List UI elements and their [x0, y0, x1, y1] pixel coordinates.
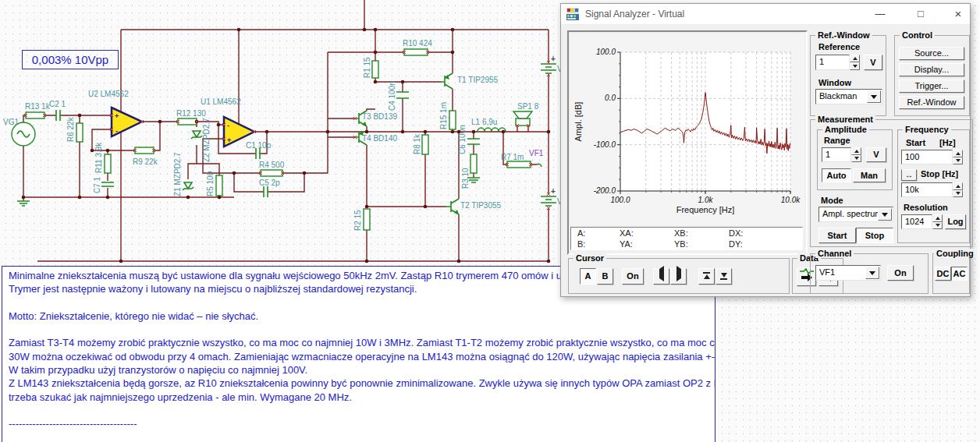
component-r2[interactable]: R2 15 [353, 209, 370, 231]
component-r9[interactable]: R9 22k [133, 147, 158, 166]
channel-select[interactable]: VF1 [815, 265, 881, 281]
component-t2[interactable]: T2 TIP3055 [446, 199, 502, 214]
component-r15[interactable]: R15 1m [439, 102, 456, 129]
range-input[interactable]: 1 [822, 147, 851, 162]
coupling-ac-button[interactable]: AC [951, 267, 968, 281]
close-icon[interactable]: × [946, 5, 970, 23]
freq-stop-input[interactable]: 10k [901, 182, 953, 197]
svg-text:+: + [115, 112, 119, 120]
svg-text:R7 1m: R7 1m [501, 153, 524, 161]
component-t4[interactable]: T4 BD140 [355, 131, 397, 145]
cursor-a-button[interactable]: A [580, 268, 596, 285]
freq-start-input[interactable]: 100 [901, 150, 953, 164]
cursor-right-icon[interactable] [670, 268, 687, 285]
cursor-b-button[interactable]: B [597, 268, 613, 285]
window-select-value: Blackman [819, 91, 857, 101]
start-button[interactable]: Start [818, 228, 856, 243]
component-c5[interactable]: C5 2p [259, 179, 280, 197]
component-u2-opamp[interactable]: + - U2 LM4562 [88, 90, 142, 136]
svg-text:R11 3.9k: R11 3.9k [94, 142, 103, 173]
component-r3[interactable]: R3 10 [461, 154, 477, 189]
mode-select-value: Ampl. spectrum [822, 209, 882, 218]
range-unit-button[interactable]: V [866, 147, 886, 162]
frequency-caption: Frequency [903, 125, 951, 134]
component-r8[interactable]: R8 1k [413, 133, 428, 154]
svg-text:R8 1k: R8 1k [413, 133, 421, 154]
range-label: Range [824, 136, 850, 145]
component-vg1[interactable]: VG1 [3, 118, 35, 146]
component-c4[interactable]: C4 100n [388, 81, 409, 111]
display-button[interactable]: Display... [899, 63, 964, 76]
channel-on-button[interactable]: On [887, 265, 914, 281]
window-select[interactable]: Blackman [815, 89, 882, 104]
cursor-peak-down-icon[interactable] [715, 268, 732, 285]
maximize-icon[interactable]: □ [909, 5, 932, 23]
component-vf1-probe[interactable]: VF1 [529, 149, 544, 167]
minimize-icon[interactable]: — [868, 5, 892, 23]
component-r1[interactable]: R1 15 [363, 57, 378, 78]
component-r6[interactable]: R6 22k [66, 116, 83, 142]
component-r4[interactable]: R4 500 [259, 161, 285, 176]
component-r11[interactable]: R11 3.9k [94, 142, 111, 173]
man-button[interactable]: Man [853, 168, 886, 182]
chevron-down-icon[interactable] [867, 90, 881, 103]
component-r10[interactable]: R10 424 [403, 39, 432, 55]
svg-text:100.0: 100.0 [596, 48, 616, 56]
y-axis-label: Ampl. [dB] [573, 102, 583, 142]
component-u1-opamp[interactable]: - + U1 LM4562 [201, 97, 254, 147]
window-label: Window [818, 78, 851, 87]
cursor-peak-up-icon[interactable] [698, 268, 715, 285]
cursor-on-button[interactable]: On [622, 268, 644, 285]
auto-button[interactable]: Auto [822, 168, 851, 182]
component-c1[interactable]: C1 10p [246, 141, 272, 159]
readout-a: A: [577, 228, 585, 238]
component-c2[interactable]: C2 1 [49, 100, 66, 121]
component-c7[interactable]: C7 1 [93, 176, 114, 193]
svg-text:L1 6,9u: L1 6,9u [471, 118, 497, 126]
resolution-input[interactable]: 1024 [901, 214, 932, 229]
thd-annotation[interactable]: 0,003% 10Vpp [22, 50, 119, 69]
freq-start-stepper[interactable] [953, 150, 963, 164]
reference-stepper[interactable] [850, 55, 860, 70]
stop-button[interactable]: Stop [856, 228, 893, 243]
signal-analyzer-window: Signal Analyzer - Virtual — □ × 100.00.0… [560, 3, 971, 297]
component-sp1-speaker[interactable]: SP1 8 [513, 102, 539, 126]
reference-unit-button[interactable]: V [864, 55, 882, 70]
component-t1[interactable]: T1 TIP2955 [441, 73, 499, 89]
chevron-down-icon[interactable] [878, 208, 892, 221]
ref-window-button[interactable]: Ref.-Window [899, 96, 964, 109]
component-z1[interactable]: Z1 MZPD2.7 [173, 152, 194, 196]
mode-select[interactable]: Ampl. spectrum [818, 207, 893, 222]
freq-stop-stepper[interactable] [953, 182, 963, 197]
component-t3[interactable]: T3 BD139 [355, 111, 397, 126]
component-r12[interactable]: R12 130 [176, 109, 206, 125]
coupling-dc-button[interactable]: DC [935, 267, 951, 281]
svg-text:1.0k: 1.0k [698, 196, 714, 204]
reference-input[interactable]: 1 [815, 55, 850, 70]
component-c6[interactable]: C6 100n [458, 125, 480, 154]
component-r13[interactable]: R13 1k [25, 102, 51, 118]
freq-span-icon[interactable]: ↔ [901, 169, 917, 181]
source-button[interactable]: Source... [899, 47, 964, 60]
svg-text:SP1 8: SP1 8 [517, 102, 539, 111]
freq-start-hz-label: [Hz] [939, 138, 956, 147]
mode-label: Mode [821, 196, 843, 205]
svg-text:C4 100n: C4 100n [388, 81, 396, 111]
range-stepper[interactable] [851, 147, 861, 162]
chevron-down-icon[interactable] [865, 267, 879, 279]
resolution-stepper[interactable] [932, 214, 943, 229]
trigger-button[interactable]: Trigger... [899, 80, 964, 93]
chart-panel: 100.00.0-100.0-200.0100.01.0k10.0k Frequ… [567, 30, 808, 255]
measurement-caption: Measurement [815, 115, 875, 124]
component-z2[interactable]: Z2 MZPD2.7 [191, 118, 211, 162]
svg-text:R9 22k: R9 22k [133, 157, 158, 166]
readout-yb: YB: [674, 239, 688, 249]
cursor-left-icon[interactable] [653, 268, 669, 285]
title-bar[interactable]: Signal Analyzer - Virtual — □ × [561, 4, 970, 25]
log-button[interactable]: Log [945, 214, 966, 229]
component-l1[interactable]: L1 6,9u [471, 118, 506, 132]
component-r7[interactable]: R7 1m [501, 153, 531, 168]
svg-text:R4 500: R4 500 [259, 161, 285, 169]
svg-text:R5 100: R5 100 [206, 171, 215, 196]
component-r5[interactable]: R5 100 [206, 171, 222, 196]
